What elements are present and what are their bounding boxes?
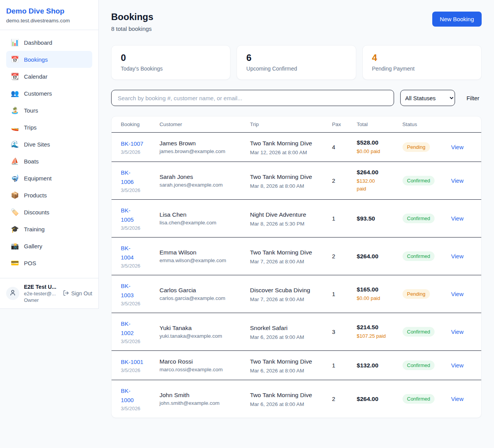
booking-id-link[interactable]: BK- 1006 bbox=[121, 168, 150, 187]
booking-id-link[interactable]: BK-1001 bbox=[121, 357, 150, 367]
total-amount: $528.00 bbox=[357, 139, 393, 146]
sign-out-button[interactable]: Sign Out bbox=[63, 290, 92, 297]
sidebar-item-customers[interactable]: 👥 Customers bbox=[6, 85, 92, 102]
search-input[interactable] bbox=[111, 90, 394, 106]
booking-date: 3/5/2026 bbox=[121, 339, 150, 344]
trip-time: Mar 6, 2026 at 8:00 AM bbox=[250, 401, 323, 407]
customer-email: sarah.jones@example.com bbox=[159, 182, 240, 188]
booking-id-link[interactable]: BK- 1003 bbox=[121, 281, 150, 300]
main-content: Bookings 8 total bookings New Booking 0 … bbox=[99, 0, 494, 430]
table-row: BK- 1000 3/5/2026 John Smith john.smith@… bbox=[112, 380, 481, 418]
total-paid: $107.25 paid bbox=[357, 332, 393, 340]
sidebar-item-label: Gallery bbox=[24, 243, 42, 249]
filter-button[interactable]: Filter bbox=[467, 95, 479, 101]
pax-value: 1 bbox=[332, 215, 347, 222]
customers-icon: 👥 bbox=[11, 89, 19, 98]
boats-icon: ⛵ bbox=[11, 157, 19, 165]
view-link[interactable]: View bbox=[451, 396, 464, 402]
status-badge: Confirmed bbox=[403, 251, 435, 261]
table-row: BK- 1006 3/5/2026 Sarah Jones sarah.jone… bbox=[112, 162, 481, 200]
booking-id-link[interactable]: BK- 1002 bbox=[121, 319, 150, 338]
sidebar-item-products[interactable]: 📦 Products bbox=[6, 187, 92, 204]
booking-date: 3/5/2026 bbox=[121, 225, 150, 231]
trip-name: Two Tank Morning Dive bbox=[250, 172, 319, 182]
new-booking-button[interactable]: New Booking bbox=[432, 12, 482, 27]
total-paid: $0.00 paid bbox=[357, 148, 393, 155]
booking-id-link[interactable]: BK-1007 bbox=[121, 139, 150, 148]
user-name: E2E Test U... bbox=[24, 284, 58, 290]
user-info: E2E Test U... e2e-tester@... Owner bbox=[24, 284, 58, 303]
total-paid: $0.00 paid bbox=[357, 295, 393, 302]
customer-email: emma.wilson@example.com bbox=[159, 258, 240, 263]
sidebar-item-calendar[interactable]: 📆 Calendar bbox=[6, 68, 92, 85]
view-link[interactable]: View bbox=[451, 291, 464, 297]
training-icon: 🎓 bbox=[11, 225, 19, 233]
sidebar-item-trips[interactable]: 🚤 Trips bbox=[6, 119, 92, 136]
view-link[interactable]: View bbox=[451, 215, 464, 222]
booking-date: 3/5/2026 bbox=[121, 263, 150, 269]
avatar bbox=[6, 287, 19, 300]
column-header-booking: Booking bbox=[112, 116, 155, 133]
status-badge: Confirmed bbox=[403, 394, 435, 404]
bookings-table-card: Booking Customer Trip Pax Total Status B… bbox=[111, 116, 482, 418]
view-link[interactable]: View bbox=[451, 253, 464, 259]
sidebar-item-label: Training bbox=[24, 226, 45, 232]
filter-row: All Statuses Filter bbox=[111, 90, 482, 106]
sidebar-item-label: Dashboard bbox=[24, 39, 52, 46]
total-amount: $165.00 bbox=[357, 286, 393, 293]
products-icon: 📦 bbox=[11, 191, 19, 199]
sidebar-item-label: POS bbox=[24, 260, 36, 266]
pax-value: 3 bbox=[332, 328, 347, 335]
sidebar-item-label: Customers bbox=[24, 90, 52, 97]
page-header: Bookings 8 total bookings New Booking bbox=[111, 12, 482, 32]
view-link[interactable]: View bbox=[451, 362, 464, 369]
total-amount: $93.50 bbox=[357, 215, 393, 222]
customer-name: Lisa Chen bbox=[159, 211, 240, 218]
view-link[interactable]: View bbox=[451, 177, 464, 184]
view-link[interactable]: View bbox=[451, 328, 464, 335]
sidebar-item-dive-sites[interactable]: 🌊 Dive Sites bbox=[6, 136, 92, 153]
table-header-row: Booking Customer Trip Pax Total Status bbox=[112, 116, 481, 133]
customer-name: Emma Wilson bbox=[159, 249, 240, 256]
status-select[interactable]: All Statuses bbox=[400, 90, 455, 106]
shop-name: Demo Dive Shop bbox=[6, 7, 92, 15]
dive-sites-icon: 🌊 bbox=[11, 140, 19, 148]
status-badge: Pending bbox=[403, 289, 430, 299]
sidebar-item-bookings[interactable]: 📅 Bookings bbox=[6, 51, 92, 68]
booking-date: 3/5/2026 bbox=[121, 149, 150, 155]
customer-email: carlos.garcia@example.com bbox=[159, 295, 240, 301]
table-row: BK- 1005 3/5/2026 Lisa Chen lisa.chen@ex… bbox=[112, 200, 481, 237]
trip-time: Mar 8, 2026 at 5:30 PM bbox=[250, 221, 323, 227]
sidebar-item-dashboard[interactable]: 📊 Dashboard bbox=[6, 34, 92, 51]
booking-date: 3/5/2026 bbox=[121, 301, 150, 307]
sidebar-item-pos[interactable]: 💳 POS bbox=[6, 254, 92, 271]
page-subtitle: 8 total bookings bbox=[111, 25, 153, 32]
bookings-icon: 📅 bbox=[11, 56, 19, 64]
booking-id-link[interactable]: BK- 1004 bbox=[121, 244, 150, 262]
stat-card-pending-payment: 4 Pending Payment bbox=[362, 45, 482, 80]
booking-id-link[interactable]: BK- 1005 bbox=[121, 206, 150, 224]
booking-id-link[interactable]: BK- 1000 bbox=[121, 386, 150, 405]
sidebar-item-label: Products bbox=[24, 192, 47, 199]
booking-date: 3/5/2026 bbox=[121, 187, 150, 193]
shop-domain: demo.test.divestreams.com bbox=[6, 18, 92, 24]
sidebar-item-boats[interactable]: ⛵ Boats bbox=[6, 153, 92, 170]
trip-time: Mar 6, 2026 at 8:00 AM bbox=[250, 368, 323, 374]
stat-value: 0 bbox=[121, 52, 221, 63]
status-badge: Pending bbox=[403, 142, 430, 152]
person-icon bbox=[9, 289, 16, 298]
tours-icon: 🏝️ bbox=[11, 106, 19, 115]
sidebar-item-discounts[interactable]: 🏷️ Discounts bbox=[6, 204, 92, 221]
sidebar-item-equipment[interactable]: 🤿 Equipment bbox=[6, 170, 92, 187]
trip-name: Two Tank Morning Dive bbox=[250, 248, 319, 257]
sidebar-item-training[interactable]: 🎓 Training bbox=[6, 221, 92, 237]
stat-value: 4 bbox=[372, 52, 472, 63]
stat-card-upcoming-confirmed: 6 Upcoming Confirmed bbox=[237, 45, 356, 80]
pax-value: 2 bbox=[332, 253, 347, 259]
trip-time: Mar 6, 2026 at 9:00 AM bbox=[250, 334, 323, 340]
sidebar-item-tours[interactable]: 🏝️ Tours bbox=[6, 102, 92, 119]
customer-name: John Smith bbox=[159, 392, 240, 399]
pos-icon: 💳 bbox=[11, 259, 19, 267]
view-link[interactable]: View bbox=[451, 144, 464, 150]
sidebar-item-gallery[interactable]: 📸 Gallery bbox=[6, 237, 92, 254]
